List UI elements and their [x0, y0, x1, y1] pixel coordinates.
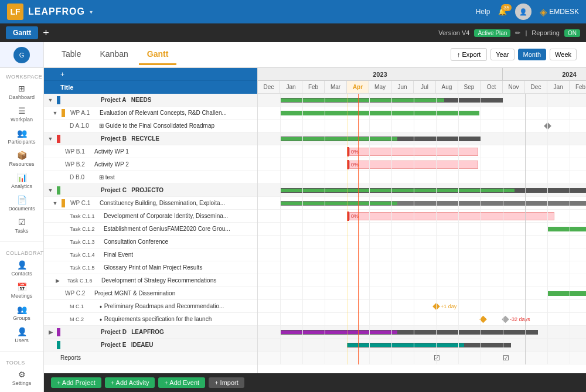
table-row[interactable]: ▼ Project A NEEDS — [44, 94, 257, 107]
sidebar-label-dashboard: Dashboard — [9, 94, 35, 100]
avatar[interactable]: 👤 — [515, 4, 532, 20]
table-row[interactable]: ▶ Project D LEAPFROG — [44, 326, 257, 339]
table-row[interactable]: Task C.1.3 Consultation Conference — [44, 236, 257, 248]
tab-table[interactable]: Table — [53, 45, 89, 65]
expand-icon[interactable]: ▼ — [44, 97, 57, 103]
tab-kanban[interactable]: Kanban — [91, 45, 136, 65]
sidebar-item-settings[interactable]: ⚙ Settings — [0, 367, 43, 389]
sidebar-item-groups[interactable]: 👥 Groups — [0, 302, 43, 324]
expand-icon[interactable]: ▼ — [44, 188, 57, 193]
expand-icon[interactable]: ▼ — [44, 136, 57, 142]
chart-row — [258, 326, 586, 339]
chevron-down-icon[interactable]: ▾ — [90, 9, 93, 15]
table-row[interactable]: ▶ Task C.1.6 Development of Strategy Rec… — [44, 274, 257, 287]
import-button[interactable]: + Import — [209, 377, 244, 388]
table-row[interactable]: Task C.1.5 Glossary Print of Main Projec… — [44, 261, 257, 274]
table-row[interactable]: WP B.1 Activity WP 1 — [44, 145, 257, 158]
sidebar-item-workplan[interactable]: ☰ Workplan — [0, 103, 43, 125]
year-button[interactable]: Year — [490, 49, 514, 60]
sidebar-item-tasks[interactable]: ☑ Tasks — [0, 214, 43, 237]
expand-icon[interactable]: ▼ — [49, 200, 62, 206]
month-jan-2024: Jan — [547, 81, 570, 93]
meetings-icon: 📅 — [17, 282, 27, 292]
bar-project-c-green — [280, 189, 515, 192]
chart-row — [258, 120, 586, 132]
expand-icon[interactable]: ▼ — [49, 110, 62, 116]
table-row[interactable]: M C.1 ⬧ Preliminary Roadmaps and Recomme… — [44, 300, 257, 313]
help-link[interactable]: Help — [476, 8, 490, 16]
table-row[interactable]: M C.2 ⬧ Requirements specification for t… — [44, 313, 257, 326]
chart-row: ⊞ — [258, 171, 586, 184]
sidebar-label-meetings: Meetings — [11, 293, 33, 299]
sidebar-label-analytics: Analytics — [11, 183, 32, 189]
chart-row — [258, 107, 586, 120]
milestone-mc2-label: -32 days — [510, 316, 530, 322]
table-row[interactable]: ▼ Project C PROJECTO — [44, 184, 257, 197]
add-event-button[interactable]: + Add Event — [158, 377, 205, 388]
expand-icon[interactable]: ▶ — [44, 329, 57, 335]
add-project-button[interactable]: + Add Project — [51, 377, 101, 388]
export-button[interactable]: ↑ Export — [451, 48, 487, 61]
tab-controls: ↑ Export Year Month Week — [451, 48, 577, 61]
milestone-mc2-late — [502, 315, 509, 323]
month-may: May — [369, 81, 391, 93]
sidebar-item-dashboard[interactable]: ⊞ Dashboard — [0, 81, 43, 103]
gantt-left-header-bottom: Title — [44, 81, 257, 94]
table-row[interactable]: ▼ WP A.1 Evaluation of Relevant Concepts… — [44, 107, 257, 120]
gantt-chart-body: 0% 0% ⊞ — [258, 94, 586, 364]
sidebar-label-documents: Documents — [8, 206, 35, 212]
week-button[interactable]: Week — [550, 49, 577, 60]
active-plan-badge[interactable]: Active Plan — [474, 29, 510, 37]
gantt-tab-badge[interactable]: Gantt — [6, 26, 38, 39]
table-row[interactable]: Project E IDEAEU — [44, 339, 257, 352]
reporting-state[interactable]: ON — [564, 29, 580, 37]
table-row[interactable]: ▼ Project B RECYCLE — [44, 132, 257, 145]
sidebar-item-meetings[interactable]: 📅 Meetings — [0, 279, 43, 302]
month-dec-prev: Dec — [258, 81, 280, 93]
expand-icon[interactable]: ▶ — [51, 278, 64, 284]
table-row[interactable]: WP B.2 Activity WP 2 — [44, 158, 257, 171]
top-navigation: LF LEAPFROG ▾ Help 🔔35 👤 ◈ EMDESK — [0, 0, 586, 23]
add-button[interactable]: + — [43, 28, 49, 38]
table-row[interactable]: ▼ WP C.1 Constituency Building, Dissemin… — [44, 197, 257, 210]
sidebar-item-resources[interactable]: 📦 Resources — [0, 148, 43, 170]
month-button[interactable]: Month — [518, 49, 547, 60]
sidebar-label-contacts: Contacts — [11, 271, 32, 277]
chart-row: 0% — [258, 223, 586, 236]
sidebar-label-workplan: Workplan — [11, 117, 33, 122]
brand-name: EMDESK — [549, 8, 579, 16]
dashboard-icon: ⊞ — [18, 84, 25, 93]
sidebar-item-documents[interactable]: 📄 Documents — [0, 192, 43, 214]
table-row[interactable]: Task C.1.1 Development of Corporate Iden… — [44, 210, 257, 223]
gantt-header: 2023 2024 Dec Jan Feb Mar Apr May Jun — [258, 68, 586, 94]
collaboration-section: COLLABORATION 👤 Contacts 📅 Meetings 👥 Gr… — [0, 244, 43, 349]
table-row[interactable]: Task C.1.2 Establishment of GeniusFAME20… — [44, 223, 257, 236]
add-activity-button[interactable]: + Add Activity — [105, 377, 155, 388]
month-apr: Apr — [347, 81, 369, 93]
row-id: WP A.1 — [67, 110, 96, 116]
table-row[interactable]: Reports — [44, 352, 257, 364]
tab-gantt[interactable]: Gantt — [139, 45, 177, 65]
chart-row: ☑ ☑ — [258, 352, 586, 364]
edit-icon[interactable]: ✏ — [515, 29, 520, 37]
row-title: Evaluation of Relevant Concepts, R&D Cha… — [96, 110, 257, 116]
row-title: Project C PROJECTO — [97, 187, 257, 193]
sidebar-item-contacts[interactable]: 👤 Contacts — [0, 257, 43, 279]
sidebar-item-users[interactable]: 👤 Users — [0, 324, 43, 346]
sidebar-item-analytics[interactable]: 📊 Analytics — [0, 170, 43, 192]
table-row[interactable]: D B.0 ⊞ test — [44, 171, 257, 184]
row-title: Glossary Print of Main Project Results — [100, 264, 257, 271]
analytics-icon: 📊 — [17, 173, 27, 182]
sidebar-label-settings: Settings — [12, 380, 32, 386]
table-row[interactable]: Task C.1.4 Final Event — [44, 248, 257, 261]
year-2024: 2024 — [503, 68, 586, 80]
notifications-bell[interactable]: 🔔35 — [498, 8, 507, 16]
row-title: Activity WP 1 — [91, 148, 257, 155]
table-row[interactable]: WP C.2 Project MGNT & Dissemination — [44, 287, 257, 300]
separator: | — [525, 29, 527, 36]
workspace-section: WORKSPACE ⊞ Dashboard ☰ Workplan 👥 Parti… — [0, 68, 43, 239]
table-row[interactable]: D A.1.0 ⊞ Guide to the Final Consolidate… — [44, 120, 257, 132]
chart-row — [258, 274, 586, 287]
nav-right: Help 🔔35 👤 ◈ EMDESK — [476, 4, 579, 20]
sidebar-item-participants[interactable]: 👥 Participants — [0, 125, 43, 148]
